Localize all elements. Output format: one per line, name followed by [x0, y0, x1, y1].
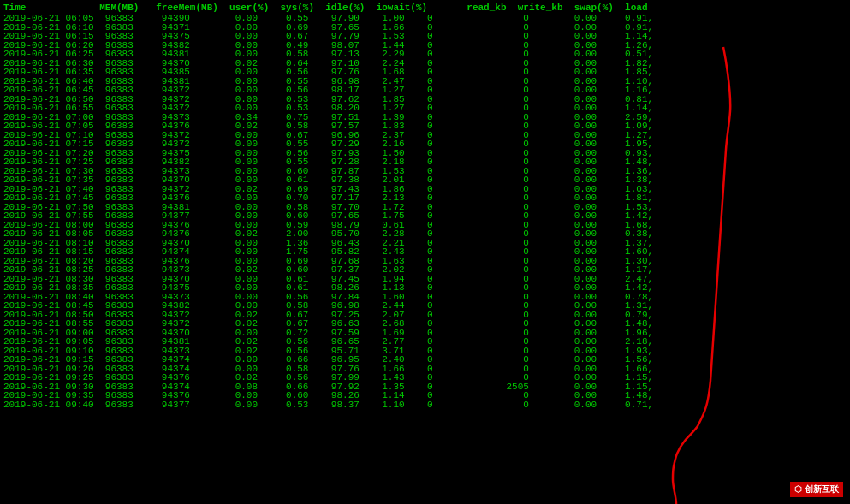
- watermark-logo: ⬡ 创新互联: [790, 482, 843, 497]
- table-row: 2019-06-21 07:05 96383 94376 0.02 0.58 9…: [3, 122, 847, 131]
- table-row: 2019-06-21 07:35 96383 94370 0.00 0.61 9…: [3, 175, 847, 185]
- table-row: 2019-06-21 06:55 96383 94372 0.00 0.53 9…: [3, 104, 847, 113]
- table-row: 2019-06-21 06:05 96383 94390 0.00 0.55 9…: [3, 14, 847, 23]
- table-row: 2019-06-21 08:45 96383 94382 0.00 0.58 9…: [3, 301, 847, 311]
- table-row: 2019-06-21 07:55 96383 94377 0.00 0.60 9…: [3, 211, 847, 221]
- table-row: 2019-06-21 06:45 96383 94372 0.00 0.56 9…: [3, 86, 847, 95]
- table-row: 2019-06-21 08:05 96383 94376 0.02 2.00 9…: [3, 229, 847, 239]
- table-row: 2019-06-21 07:15 96383 94372 0.00 0.55 9…: [3, 139, 847, 149]
- table-row: 2019-06-21 08:35 96383 94375 0.00 0.61 9…: [3, 283, 847, 293]
- watermark: ⬡ 创新互联: [790, 482, 843, 497]
- table-row: 2019-06-21 08:55 96383 94372 0.02 0.67 9…: [3, 319, 847, 329]
- table-row: 2019-06-21 06:25 96383 94381 0.00 0.58 9…: [3, 50, 847, 59]
- table-row: 2019-06-21 08:25 96383 94373 0.02 0.60 9…: [3, 265, 847, 275]
- table-row: 2019-06-21 08:15 96383 94374 0.00 1.75 9…: [3, 247, 847, 257]
- watermark-icon: ⬡: [794, 484, 802, 494]
- data-rows-container: 2019-06-21 06:05 96383 94390 0.00 0.55 9…: [3, 14, 847, 409]
- watermark-label: 创新互联: [805, 484, 839, 494]
- table-row: 2019-06-21 09:15 96383 94374 0.00 0.66 9…: [3, 355, 847, 365]
- table-header: Time MEM(MB) freeMem(MB) user(%) sys(%) …: [3, 2, 847, 14]
- table-row: 2019-06-21 06:15 96383 94375 0.00 0.67 9…: [3, 32, 847, 41]
- table-row: 2019-06-21 07:45 96383 94376 0.00 0.70 9…: [3, 193, 847, 203]
- table-row: 2019-06-21 06:35 96383 94385 0.00 0.56 9…: [3, 68, 847, 77]
- table-row: 2019-06-21 09:40 96383 94377 0.00 0.53 9…: [3, 400, 847, 410]
- table-row: 2019-06-21 09:05 96383 94381 0.02 0.56 9…: [3, 337, 847, 347]
- terminal-window: Time MEM(MB) freeMem(MB) user(%) sys(%) …: [0, 0, 850, 504]
- table-row: 2019-06-21 09:35 96383 94376 0.00 0.60 9…: [3, 391, 847, 400]
- table-row: 2019-06-21 09:25 96383 94376 0.02 0.56 9…: [3, 373, 847, 382]
- table-row: 2019-06-21 07:25 96383 94382 0.00 0.55 9…: [3, 157, 847, 167]
